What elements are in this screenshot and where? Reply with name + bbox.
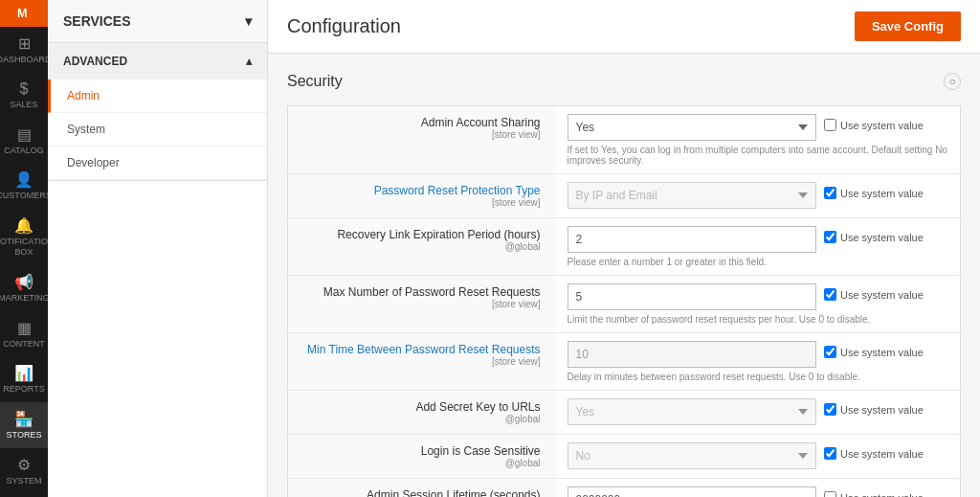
reports-icon: 📊 bbox=[14, 364, 33, 382]
main-area: Configuration Save Config Security ○ Adm… bbox=[268, 0, 980, 497]
use-system-label-7: Use system value bbox=[840, 492, 924, 498]
config-label: Max Number of Password Reset Requests bbox=[323, 285, 541, 299]
sidebar-item-developer-label: Developer bbox=[67, 156, 120, 169]
config-value-inner: Use system value bbox=[568, 486, 949, 497]
config-label: Login is Case Sensitive bbox=[421, 444, 541, 458]
use-system-label-2: Use system value bbox=[840, 232, 924, 243]
sidebar-services-label: SERVICES bbox=[63, 13, 131, 29]
use-system-checkbox-4[interactable] bbox=[824, 346, 836, 358]
config-label-cell: Add Secret Key to URLs @global bbox=[288, 391, 556, 435]
config-value-inner: Yes Use system value bbox=[568, 398, 949, 425]
save-config-button[interactable]: Save Config bbox=[855, 11, 961, 41]
sidebar-advanced-header[interactable]: ADVANCED ▴ bbox=[48, 43, 267, 79]
nav-item-catalog[interactable]: ▤ CATALOG bbox=[0, 118, 48, 164]
config-label: Add Secret Key to URLs bbox=[415, 400, 540, 414]
use-system-checkbox-6[interactable] bbox=[824, 447, 836, 460]
password-reset-protection-select[interactable]: By IP and Email bbox=[568, 182, 817, 209]
table-row: Add Secret Key to URLs @global Yes Use s… bbox=[288, 391, 961, 435]
marketing-icon: 📢 bbox=[14, 273, 33, 291]
config-value-cell: Use system value Delay in minutes betwee… bbox=[556, 333, 961, 391]
config-scope: @global bbox=[307, 458, 541, 468]
nav-item-notification[interactable]: 🔔 NOTIFICATION BOX bbox=[0, 209, 48, 265]
use-system-checkbox-7[interactable] bbox=[824, 491, 836, 497]
use-system-checkbox-0[interactable] bbox=[824, 119, 836, 131]
config-label-cell: Login is Case Sensitive @global bbox=[288, 435, 556, 479]
min-time-between-resets-input[interactable] bbox=[568, 341, 817, 368]
sidebar-item-admin-label: Admin bbox=[67, 89, 100, 102]
config-value-cell: Use system value Please enter at least 6… bbox=[556, 479, 961, 498]
use-system-checkbox-2[interactable] bbox=[824, 231, 836, 243]
config-label-cell: Min Time Between Password Reset Requests… bbox=[288, 333, 556, 391]
login-case-sensitive-select[interactable]: No bbox=[568, 442, 817, 469]
config-label-cell: Max Number of Password Reset Requests [s… bbox=[288, 276, 556, 333]
sidebar-item-system[interactable]: System bbox=[48, 113, 267, 147]
config-value-cell: By IP and Email Use system value bbox=[556, 174, 961, 218]
table-row: Min Time Between Password Reset Requests… bbox=[288, 333, 961, 391]
config-label-cell: Password Reset Protection Type [store vi… bbox=[288, 174, 556, 218]
use-system-checkbox-5[interactable] bbox=[824, 403, 836, 416]
page-title: Configuration bbox=[287, 15, 401, 37]
config-label: Admin Session Lifetime (seconds) bbox=[367, 488, 540, 497]
nav-label-customers: CUSTOMERS bbox=[0, 191, 52, 201]
use-system-wrap: Use system value bbox=[824, 398, 948, 416]
use-system-wrap: Use system value bbox=[824, 341, 948, 358]
nav-item-sales[interactable]: $ SALES bbox=[0, 73, 48, 118]
use-system-label-3: Use system value bbox=[840, 289, 924, 301]
config-scope: [store view] bbox=[307, 197, 541, 208]
table-row: Admin Account Sharing [store view] Yes N… bbox=[288, 106, 961, 174]
main-header: Configuration Save Config bbox=[268, 0, 980, 54]
use-system-wrap: Use system value bbox=[824, 114, 948, 131]
config-hint-2: Please enter a number 1 or greater in th… bbox=[568, 257, 949, 267]
nav-item-system[interactable]: ⚙ SYSTEM bbox=[0, 448, 48, 494]
config-value-cell: No Use system value bbox=[556, 435, 961, 479]
label-link[interactable]: Password Reset Protection Type bbox=[374, 184, 541, 197]
config-value-cell: Yes Use system value bbox=[556, 391, 961, 435]
sidebar-services-header[interactable]: SERVICES ▾ bbox=[48, 0, 267, 43]
stores-icon: 🏪 bbox=[14, 410, 33, 428]
recovery-link-expiration-input[interactable] bbox=[568, 226, 817, 253]
table-row: Recovery Link Expiration Period (hours) … bbox=[288, 218, 961, 276]
config-value-cell: Use system value Limit the number of pas… bbox=[556, 276, 961, 333]
use-system-wrap: Use system value bbox=[824, 486, 948, 497]
config-value-inner: Use system value bbox=[568, 226, 949, 253]
sidebar-item-admin[interactable]: Admin bbox=[48, 79, 267, 113]
nav-item-customers[interactable]: 👤 CUSTOMERS bbox=[0, 163, 48, 209]
section-collapse-button[interactable]: ○ bbox=[944, 73, 961, 90]
config-label-cell: Recovery Link Expiration Period (hours) … bbox=[288, 218, 556, 276]
use-system-checkbox-3[interactable] bbox=[824, 288, 836, 301]
nav-item-stores[interactable]: 🏪 STORES bbox=[0, 402, 48, 448]
config-label: Min Time Between Password Reset Requests bbox=[307, 343, 540, 356]
logo[interactable]: M bbox=[0, 0, 48, 27]
customers-icon: 👤 bbox=[14, 170, 33, 189]
catalog-icon: ▤ bbox=[17, 125, 32, 144]
config-value-inner: By IP and Email Use system value bbox=[568, 182, 949, 209]
nav-label-dashboard: DASHBOARD bbox=[0, 55, 52, 65]
table-row: Admin Session Lifetime (seconds) @global… bbox=[288, 479, 961, 498]
config-value-inner: Yes No Use system value bbox=[568, 114, 949, 141]
use-system-wrap: Use system value bbox=[824, 226, 948, 243]
nav-item-content[interactable]: ▦ CONTENT bbox=[0, 311, 48, 357]
label-link[interactable]: Min Time Between Password Reset Requests bbox=[307, 343, 540, 356]
left-navigation: M ⊞ DASHBOARD $ SALES ▤ CATALOG 👤 CUSTOM… bbox=[0, 0, 48, 497]
main-content: Security ○ Admin Account Sharing [store … bbox=[268, 54, 980, 497]
admin-account-sharing-select[interactable]: Yes No bbox=[568, 114, 817, 141]
use-system-checkbox-1[interactable] bbox=[824, 187, 836, 199]
add-secret-key-select[interactable]: Yes bbox=[568, 398, 817, 425]
nav-label-notification: NOTIFICATION BOX bbox=[0, 237, 54, 258]
nav-label-marketing: MARKETING bbox=[0, 293, 50, 304]
use-system-wrap: Use system value bbox=[824, 283, 948, 301]
nav-label-system: SYSTEM bbox=[6, 476, 41, 486]
svg-text:M: M bbox=[17, 7, 28, 20]
table-row: Login is Case Sensitive @global No Use s… bbox=[288, 435, 961, 479]
config-hint-0: If set to Yes, you can log in from multi… bbox=[568, 145, 949, 166]
config-label-cell: Admin Session Lifetime (seconds) @global bbox=[288, 479, 556, 498]
sidebar-item-developer[interactable]: Developer bbox=[48, 147, 267, 180]
nav-label-content: CONTENT bbox=[3, 339, 45, 350]
nav-item-marketing[interactable]: 📢 MARKETING bbox=[0, 265, 48, 311]
max-reset-requests-input[interactable] bbox=[568, 283, 817, 310]
nav-item-dashboard[interactable]: ⊞ DASHBOARD bbox=[0, 27, 48, 73]
nav-item-reports[interactable]: 📊 REPORTS bbox=[0, 356, 48, 402]
use-system-label-4: Use system value bbox=[840, 347, 924, 358]
admin-session-lifetime-input[interactable] bbox=[568, 486, 817, 497]
config-scope: [store view] bbox=[307, 356, 541, 367]
